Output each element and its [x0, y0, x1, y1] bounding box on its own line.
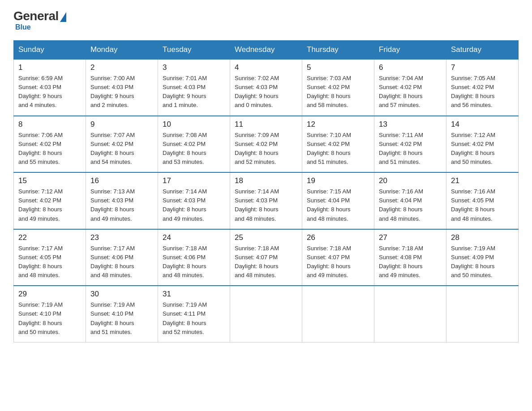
- calendar-cell: 28Sunrise: 7:19 AMSunset: 4:09 PMDayligh…: [446, 229, 519, 286]
- week-row-3: 15Sunrise: 7:12 AMSunset: 4:02 PMDayligh…: [14, 172, 519, 229]
- calendar-cell: 6Sunrise: 7:04 AMSunset: 4:02 PMDaylight…: [374, 59, 446, 116]
- day-number: 29: [18, 290, 81, 299]
- calendar-cell: 3Sunrise: 7:01 AMSunset: 4:03 PMDaylight…: [158, 59, 230, 116]
- calendar-cell: 21Sunrise: 7:16 AMSunset: 4:05 PMDayligh…: [446, 172, 519, 229]
- day-number: 9: [90, 120, 153, 129]
- calendar-cell: 1Sunrise: 6:59 AMSunset: 4:03 PMDaylight…: [14, 59, 86, 116]
- logo: General Blue: [13, 9, 66, 31]
- calendar-cell: 17Sunrise: 7:14 AMSunset: 4:03 PMDayligh…: [158, 172, 230, 229]
- day-info: Sunrise: 7:12 AMSunset: 4:02 PMDaylight:…: [18, 188, 63, 222]
- day-number: 23: [90, 233, 153, 242]
- logo-triangle-icon: [60, 12, 66, 22]
- day-info: Sunrise: 7:14 AMSunset: 4:03 PMDaylight:…: [235, 188, 279, 222]
- day-info: Sunrise: 7:19 AMSunset: 4:11 PMDaylight:…: [163, 301, 207, 335]
- calendar-body: 1Sunrise: 6:59 AMSunset: 4:03 PMDaylight…: [14, 59, 519, 342]
- column-header-sunday: Sunday: [14, 41, 86, 60]
- calendar-cell: 7Sunrise: 7:05 AMSunset: 4:02 PMDaylight…: [446, 59, 519, 116]
- day-info: Sunrise: 7:16 AMSunset: 4:05 PMDaylight:…: [451, 188, 495, 222]
- day-info: Sunrise: 7:18 AMSunset: 4:07 PMDaylight:…: [307, 245, 351, 278]
- day-info: Sunrise: 7:18 AMSunset: 4:08 PMDaylight:…: [379, 245, 423, 278]
- calendar-table: SundayMondayTuesdayWednesdayThursdayFrid…: [13, 40, 519, 342]
- day-number: 18: [235, 176, 297, 185]
- calendar-cell: 5Sunrise: 7:03 AMSunset: 4:02 PMDaylight…: [302, 59, 374, 116]
- day-number: 15: [18, 176, 81, 185]
- column-header-thursday: Thursday: [302, 41, 374, 60]
- day-number: 21: [451, 176, 514, 185]
- day-info: Sunrise: 7:14 AMSunset: 4:03 PMDaylight:…: [163, 188, 207, 222]
- column-header-saturday: Saturday: [446, 41, 519, 60]
- day-info: Sunrise: 7:03 AMSunset: 4:02 PMDaylight:…: [307, 75, 351, 108]
- calendar-cell: 25Sunrise: 7:18 AMSunset: 4:07 PMDayligh…: [230, 229, 302, 286]
- day-info: Sunrise: 7:00 AMSunset: 4:03 PMDaylight:…: [90, 75, 135, 108]
- day-number: 5: [307, 63, 369, 72]
- day-info: Sunrise: 7:10 AMSunset: 4:02 PMDaylight:…: [307, 132, 351, 165]
- logo-top: General: [13, 9, 66, 23]
- day-info: Sunrise: 6:59 AMSunset: 4:03 PMDaylight:…: [18, 75, 63, 108]
- calendar-cell: 11Sunrise: 7:09 AMSunset: 4:02 PMDayligh…: [230, 116, 302, 173]
- header-row: SundayMondayTuesdayWednesdayThursdayFrid…: [14, 41, 519, 60]
- day-info: Sunrise: 7:01 AMSunset: 4:03 PMDaylight:…: [163, 75, 207, 108]
- day-number: 4: [235, 63, 297, 72]
- calendar-cell: 14Sunrise: 7:12 AMSunset: 4:02 PMDayligh…: [446, 116, 519, 173]
- day-number: 17: [163, 176, 225, 185]
- calendar-cell: 19Sunrise: 7:15 AMSunset: 4:04 PMDayligh…: [302, 172, 374, 229]
- calendar-cell: 24Sunrise: 7:18 AMSunset: 4:06 PMDayligh…: [158, 229, 230, 286]
- calendar-cell: 12Sunrise: 7:10 AMSunset: 4:02 PMDayligh…: [302, 116, 374, 173]
- calendar-cell: 9Sunrise: 7:07 AMSunset: 4:02 PMDaylight…: [86, 116, 158, 173]
- day-number: 7: [451, 63, 514, 72]
- calendar-cell: 16Sunrise: 7:13 AMSunset: 4:03 PMDayligh…: [86, 172, 158, 229]
- day-info: Sunrise: 7:08 AMSunset: 4:02 PMDaylight:…: [163, 132, 207, 165]
- day-info: Sunrise: 7:18 AMSunset: 4:07 PMDaylight:…: [235, 245, 279, 278]
- calendar-header: SundayMondayTuesdayWednesdayThursdayFrid…: [14, 41, 519, 60]
- day-number: 22: [18, 233, 81, 242]
- day-info: Sunrise: 7:17 AMSunset: 4:06 PMDaylight:…: [90, 245, 135, 278]
- day-number: 8: [18, 120, 81, 129]
- column-header-tuesday: Tuesday: [158, 41, 230, 60]
- day-info: Sunrise: 7:19 AMSunset: 4:10 PMDaylight:…: [18, 301, 63, 335]
- day-info: Sunrise: 7:04 AMSunset: 4:02 PMDaylight:…: [379, 75, 423, 108]
- day-number: 28: [451, 233, 514, 242]
- logo-blue-row: Blue: [14, 23, 31, 31]
- calendar-cell: 13Sunrise: 7:11 AMSunset: 4:02 PMDayligh…: [374, 116, 446, 173]
- page-header: General Blue: [13, 9, 519, 31]
- day-info: Sunrise: 7:09 AMSunset: 4:02 PMDaylight:…: [235, 132, 279, 165]
- calendar-cell: 29Sunrise: 7:19 AMSunset: 4:10 PMDayligh…: [14, 286, 86, 342]
- day-number: 19: [307, 176, 369, 185]
- calendar-cell: 15Sunrise: 7:12 AMSunset: 4:02 PMDayligh…: [14, 172, 86, 229]
- calendar-cell: 4Sunrise: 7:02 AMSunset: 4:03 PMDaylight…: [230, 59, 302, 116]
- day-number: 6: [379, 63, 442, 72]
- day-number: 12: [307, 120, 369, 129]
- day-number: 27: [379, 233, 442, 242]
- calendar-cell: 8Sunrise: 7:06 AMSunset: 4:02 PMDaylight…: [14, 116, 86, 173]
- day-info: Sunrise: 7:06 AMSunset: 4:02 PMDaylight:…: [18, 132, 63, 165]
- day-number: 14: [451, 120, 514, 129]
- calendar-cell: [230, 286, 302, 342]
- calendar-cell: 22Sunrise: 7:17 AMSunset: 4:05 PMDayligh…: [14, 229, 86, 286]
- calendar-cell: [302, 286, 374, 342]
- logo-general-text: General: [13, 9, 59, 23]
- calendar-cell: 18Sunrise: 7:14 AMSunset: 4:03 PMDayligh…: [230, 172, 302, 229]
- calendar-cell: 23Sunrise: 7:17 AMSunset: 4:06 PMDayligh…: [86, 229, 158, 286]
- week-row-4: 22Sunrise: 7:17 AMSunset: 4:05 PMDayligh…: [14, 229, 519, 286]
- day-number: 24: [163, 233, 225, 242]
- day-info: Sunrise: 7:11 AMSunset: 4:02 PMDaylight:…: [379, 132, 423, 165]
- calendar-cell: 26Sunrise: 7:18 AMSunset: 4:07 PMDayligh…: [302, 229, 374, 286]
- calendar-cell: [446, 286, 519, 342]
- day-number: 25: [235, 233, 297, 242]
- day-number: 1: [18, 63, 81, 72]
- day-number: 26: [307, 233, 369, 242]
- day-number: 16: [90, 176, 153, 185]
- day-number: 10: [163, 120, 225, 129]
- calendar-cell: [374, 286, 446, 342]
- day-number: 11: [235, 120, 297, 129]
- day-info: Sunrise: 7:18 AMSunset: 4:06 PMDaylight:…: [163, 245, 207, 278]
- day-info: Sunrise: 7:13 AMSunset: 4:03 PMDaylight:…: [90, 188, 135, 222]
- day-info: Sunrise: 7:05 AMSunset: 4:02 PMDaylight:…: [451, 75, 495, 108]
- calendar-cell: 27Sunrise: 7:18 AMSunset: 4:08 PMDayligh…: [374, 229, 446, 286]
- logo-blue-label: Blue: [15, 23, 31, 31]
- day-info: Sunrise: 7:15 AMSunset: 4:04 PMDaylight:…: [307, 188, 351, 222]
- calendar-cell: 10Sunrise: 7:08 AMSunset: 4:02 PMDayligh…: [158, 116, 230, 173]
- day-number: 2: [90, 63, 153, 72]
- calendar-cell: 2Sunrise: 7:00 AMSunset: 4:03 PMDaylight…: [86, 59, 158, 116]
- day-info: Sunrise: 7:19 AMSunset: 4:09 PMDaylight:…: [451, 245, 495, 278]
